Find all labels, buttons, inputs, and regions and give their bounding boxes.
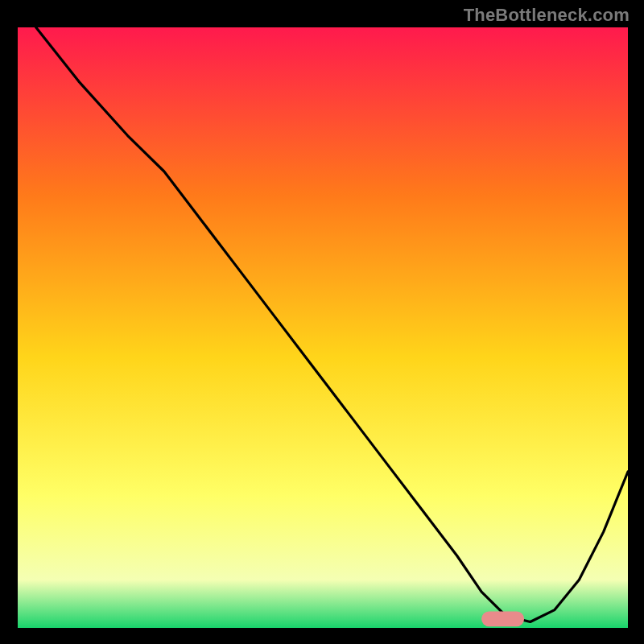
watermark-text: TheBottleneck.com [464,5,630,26]
bottleneck-chart [0,0,644,644]
optimal-range-marker [481,611,524,626]
chart-stage: TheBottleneck.com [0,0,644,644]
plot-background [18,27,628,628]
